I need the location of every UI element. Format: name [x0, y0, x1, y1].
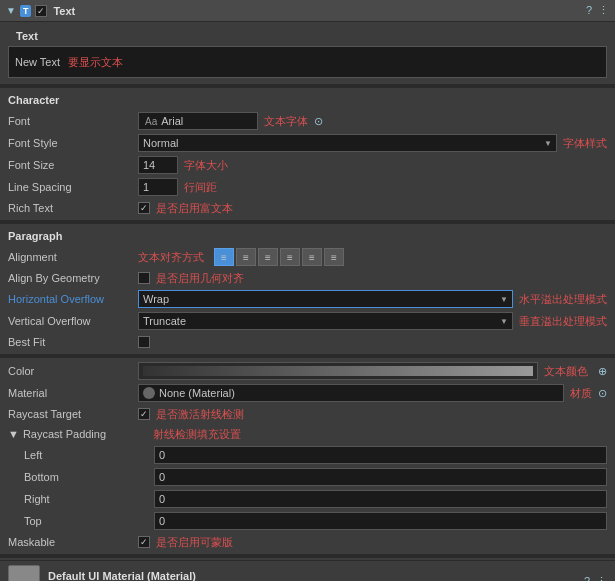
padding-top-field[interactable]: 0	[154, 512, 607, 530]
text-value: New Text	[15, 56, 60, 68]
padding-top-label: Top	[24, 515, 154, 527]
color-field[interactable]	[138, 362, 538, 380]
horizontal-overflow-selected: Wrap	[143, 293, 169, 305]
text-annotation: 要显示文本	[68, 55, 123, 70]
align-btn-bottom[interactable]: ≡	[324, 248, 344, 266]
padding-bottom-field[interactable]: 0	[154, 468, 607, 486]
raycast-target-value: 是否激活射线检测	[138, 407, 607, 422]
font-value: Aa Arial 文本字体 ⊙	[138, 112, 607, 130]
horizontal-overflow-label: Horizontal Overflow	[8, 293, 138, 305]
line-spacing-field[interactable]: 1	[138, 178, 178, 196]
divider-2	[0, 220, 615, 224]
raycast-target-checkbox[interactable]	[138, 408, 150, 420]
bottom-help-icon[interactable]: ?	[584, 575, 590, 582]
eyedropper-icon[interactable]: ⊕	[598, 365, 607, 378]
text-section: Text New Text 要显示文本	[0, 22, 615, 82]
best-fit-label: Best Fit	[8, 336, 138, 348]
color-label: Color	[8, 365, 138, 377]
padding-right-field[interactable]: 0	[154, 490, 607, 508]
material-field[interactable]: None (Material)	[138, 384, 564, 402]
align-geometry-row: Align By Geometry 是否启用几何对齐	[0, 268, 615, 288]
padding-bottom-row: Bottom 0	[0, 466, 615, 488]
material-row: Material None (Material) 材质 ⊙	[0, 382, 615, 404]
horizontal-overflow-value: Wrap ▼ 水平溢出处理模式	[138, 290, 607, 308]
raycast-padding-toggle[interactable]: ▼	[8, 428, 19, 440]
panel-toggle[interactable]: ▼	[6, 5, 16, 16]
panel-header: ▼ T Text ? ⋮	[0, 0, 615, 22]
settings-icon[interactable]: ⋮	[598, 4, 609, 17]
vertical-overflow-dropdown[interactable]: Truncate ▼	[138, 312, 513, 330]
raycast-padding-annotation: 射线检测填充设置	[153, 427, 241, 442]
best-fit-value	[138, 336, 607, 348]
padding-left-field[interactable]: 0	[154, 446, 607, 464]
font-style-dropdown[interactable]: Normal ▼	[138, 134, 557, 152]
raycast-target-annotation: 是否激活射线检测	[156, 407, 244, 422]
horizontal-overflow-dropdown[interactable]: Wrap ▼	[138, 290, 513, 308]
maskable-label: Maskable	[8, 536, 138, 548]
font-select-icon[interactable]: ⊙	[314, 115, 323, 128]
color-bar	[143, 366, 533, 376]
bottom-panel: Default UI Material (Material) Shader UI…	[0, 560, 615, 581]
padding-right-num: 0	[159, 493, 165, 505]
horizontal-overflow-annotation: 水平溢出处理模式	[519, 292, 607, 307]
padding-left-value: 0	[154, 446, 607, 464]
panel-checkbox[interactable]	[35, 4, 47, 17]
align-geometry-value: 是否启用几何对齐	[138, 271, 607, 286]
rich-text-checkbox[interactable]	[138, 202, 150, 214]
inspector-panel: ▼ T Text ? ⋮ Text New Text 要显示文本 Charact…	[0, 0, 615, 581]
color-row: Color 文本颜色 ⊕	[0, 360, 615, 382]
font-name: Arial	[161, 115, 183, 127]
padding-top-value: 0	[154, 512, 607, 530]
align-btn-top[interactable]: ≡	[280, 248, 300, 266]
align-geometry-annotation: 是否启用几何对齐	[156, 271, 244, 286]
font-size-num: 14	[143, 159, 155, 171]
align-btn-left[interactable]: ≡	[214, 248, 234, 266]
font-size-row: Font Size 14 字体大小	[0, 154, 615, 176]
line-spacing-value: 1 行间距	[138, 178, 607, 196]
color-value: 文本颜色 ⊕	[138, 362, 607, 380]
maskable-row: Maskable 是否启用可蒙版	[0, 532, 615, 552]
align-geometry-label: Align By Geometry	[8, 272, 138, 284]
bottom-info: Default UI Material (Material) Shader UI…	[48, 570, 576, 582]
vertical-overflow-label: Vertical Overflow	[8, 315, 138, 327]
align-geometry-checkbox[interactable]	[138, 272, 150, 284]
text-input-box[interactable]: New Text 要显示文本	[8, 46, 607, 78]
font-icon: Aa	[145, 116, 157, 127]
divider-3	[0, 354, 615, 358]
best-fit-checkbox[interactable]	[138, 336, 150, 348]
help-icon[interactable]: ?	[586, 4, 592, 17]
best-fit-row: Best Fit	[0, 332, 615, 352]
vertical-overflow-value: Truncate ▼ 垂直溢出处理模式	[138, 312, 607, 330]
font-annotation: 文本字体	[264, 114, 308, 129]
vertical-overflow-selected: Truncate	[143, 315, 186, 327]
padding-right-label: Right	[24, 493, 154, 505]
font-size-field[interactable]: 14	[138, 156, 178, 174]
raycast-target-label: Raycast Target	[8, 408, 138, 420]
material-label: Material	[8, 387, 138, 399]
material-annotation: 材质	[570, 386, 592, 401]
material-value: None (Material) 材质 ⊙	[138, 384, 607, 402]
paragraph-header: Paragraph	[0, 226, 615, 246]
rich-text-annotation: 是否启用富文本	[156, 201, 233, 216]
font-field[interactable]: Aa Arial	[138, 112, 258, 130]
padding-left-label: Left	[24, 449, 154, 461]
alignment-value: 文本对齐方式 ≡ ≡ ≡ ≡ ≡ ≡	[138, 248, 607, 266]
dropdown-arrow: ▼	[544, 139, 552, 148]
align-btn-right[interactable]: ≡	[258, 248, 278, 266]
maskable-checkbox[interactable]	[138, 536, 150, 548]
alignment-buttons: ≡ ≡ ≡ ≡ ≡ ≡	[214, 248, 344, 266]
component-icon: T	[20, 5, 32, 17]
material-select-icon[interactable]: ⊙	[598, 387, 607, 400]
font-style-label: Font Style	[8, 137, 138, 149]
padding-left-row: Left 0	[0, 444, 615, 466]
dropdown-arrow-h: ▼	[500, 295, 508, 304]
rich-text-value: 是否启用富文本	[138, 201, 607, 216]
header-icons: ? ⋮	[586, 4, 609, 17]
align-btn-middle[interactable]: ≡	[302, 248, 322, 266]
align-btn-center[interactable]: ≡	[236, 248, 256, 266]
material-dot	[143, 387, 155, 399]
bottom-material-title: Default UI Material (Material)	[48, 570, 576, 582]
character-header: Character	[0, 90, 615, 110]
bottom-settings-icon[interactable]: ⋮	[596, 575, 607, 582]
raycast-padding-header: ▼ Raycast Padding 射线检测填充设置	[0, 424, 615, 444]
